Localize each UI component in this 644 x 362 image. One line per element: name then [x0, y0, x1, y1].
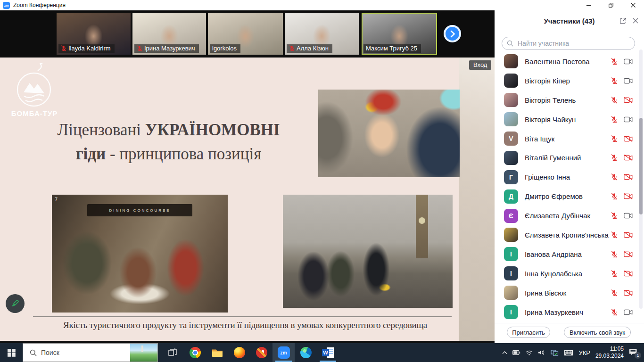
taskbar-clock[interactable]: 11:05 29.03.2024: [595, 346, 624, 360]
taskbar-app-word[interactable]: W: [317, 343, 339, 362]
language-indicator[interactable]: УКР: [578, 349, 590, 356]
minimize-icon: [586, 3, 591, 8]
title-segment: - принципова позиція: [106, 145, 261, 163]
taskbar-search-box[interactable]: Поиск: [23, 343, 158, 362]
taskbar-app-firefox[interactable]: [228, 343, 250, 362]
participant-status-icons: [611, 270, 633, 277]
video-name-label: Максим Тригуб 25: [363, 44, 421, 53]
title-segment-bold: гіди: [76, 145, 106, 163]
participant-row[interactable]: ЄЄлизавета Дубінчак: [495, 206, 644, 225]
wifi-icon[interactable]: [526, 350, 533, 355]
popout-panel-button[interactable]: [619, 17, 627, 25]
participant-row[interactable]: ІІванова Андріана: [495, 245, 644, 264]
video-tile[interactable]: Ірина Мазуркевич: [132, 13, 206, 55]
chevron-right-icon: [450, 30, 455, 38]
panel-scrollbar-thumb[interactable]: [639, 118, 643, 214]
avatar-photo: [504, 286, 518, 300]
participant-name: Валентина Постова: [525, 58, 611, 66]
camera-on-icon: [624, 213, 633, 219]
project-screen-icon[interactable]: [551, 350, 559, 356]
video-tile[interactable]: Алла Кізюн: [285, 13, 359, 55]
mic-muted-icon: [611, 97, 618, 104]
video-participant-name: Максим Тригуб 25: [366, 45, 417, 52]
taskbar-app-edge[interactable]: [295, 343, 317, 362]
taskbar-app-chrome[interactable]: [184, 343, 206, 362]
window-title: Zoom Конференция: [13, 2, 66, 8]
video-tile[interactable]: igorkolos: [208, 13, 283, 55]
participant-row[interactable]: ІІнна Куцолабська: [495, 264, 644, 283]
participant-name: Гріщенко Інна: [525, 173, 611, 181]
participant-search-box[interactable]: [502, 37, 635, 50]
taskbar-search-placeholder: Поиск: [41, 349, 59, 356]
zoom-app-icon: zm: [3, 2, 10, 9]
slide-footer-text: Якість туристичного продукту та інструме…: [21, 320, 469, 330]
taskbar-app-task-view[interactable]: [162, 343, 184, 362]
participant-name: Вікторія Чайкун: [525, 115, 611, 123]
taskbar-apps: zmW: [162, 343, 339, 362]
photo-london-tour-guide: [283, 195, 453, 308]
participants-header: Участники (43): [495, 10, 644, 32]
avatar-photo: [504, 74, 518, 88]
close-panel-button[interactable]: [633, 18, 638, 24]
participant-row[interactable]: Вікторія Телень: [495, 90, 644, 110]
camera-off-icon: [624, 251, 633, 257]
volume-icon[interactable]: [538, 350, 545, 355]
firefox-icon: [234, 347, 245, 358]
participant-row[interactable]: ІІрина Мазуркевич: [495, 303, 644, 322]
participant-row[interactable]: Єлизавета Кропив'янська: [495, 225, 644, 245]
restore-button[interactable]: [600, 0, 622, 10]
mic-muted-icon: [611, 116, 618, 123]
video-participant-name: Ірина Мазуркевич: [144, 45, 195, 52]
participant-name: Єлизавета Дубінчак: [525, 212, 611, 220]
start-button[interactable]: [0, 343, 23, 362]
participant-row[interactable]: Валентина Постова: [495, 52, 644, 71]
tray-chevron-up-icon[interactable]: [502, 351, 507, 354]
keyboard-icon[interactable]: [564, 350, 573, 356]
taskbar-app-file-explorer[interactable]: [206, 343, 228, 362]
participant-row[interactable]: Віталій Гуменний: [495, 148, 644, 167]
participant-row[interactable]: Ірина Вівсюк: [495, 283, 644, 303]
task-view-icon: [168, 348, 178, 357]
participant-name: Вікторія Кіпер: [525, 77, 611, 85]
next-videos-button[interactable]: [444, 25, 461, 42]
photo-tourists-with-map: 7 DINING CONCOURSE: [52, 195, 228, 313]
video-participant-name: Алла Кізюн: [297, 45, 329, 52]
participants-list: Валентина ПостоваВікторія КіперВікторія …: [495, 52, 644, 324]
action-center-button[interactable]: 1: [629, 348, 639, 357]
participant-status-icons: [611, 193, 633, 200]
participant-name: Віталій Гуменний: [525, 154, 611, 162]
participant-row[interactable]: ГГріщенко Інна: [495, 167, 644, 187]
taskbar-app-ccleaner[interactable]: [250, 343, 272, 362]
participant-search-input[interactable]: [517, 39, 630, 48]
mic-muted-icon: [289, 45, 295, 51]
taskbar-app-zoom[interactable]: zm: [272, 343, 295, 362]
mic-muted-icon: [611, 77, 618, 84]
minimize-button[interactable]: [578, 0, 600, 10]
participant-row[interactable]: VВіта Іщук: [495, 129, 644, 148]
avatar-letter: Є: [504, 209, 518, 223]
annotate-button[interactable]: [6, 294, 25, 313]
battery-icon[interactable]: [512, 350, 520, 355]
participant-name: Ірина Мазуркевич: [525, 308, 611, 316]
participant-status-icons: [611, 212, 633, 219]
camera-off-icon: [624, 136, 633, 142]
participant-row[interactable]: Вікторія Кіпер: [495, 71, 644, 90]
participant-status-icons: [611, 289, 633, 296]
mic-muted-icon: [611, 135, 618, 142]
video-tile[interactable]: Максим Тригуб 25: [362, 13, 437, 55]
unmute-self-button[interactable]: Включить свой звук: [564, 327, 631, 338]
search-highlight-image[interactable]: [130, 344, 157, 362]
invite-button[interactable]: Пригласить: [507, 327, 550, 338]
participant-status-icons: [611, 97, 633, 104]
participant-row[interactable]: Вікторія Чайкун: [495, 110, 644, 129]
ccleaner-icon: [256, 347, 267, 358]
mic-muted-icon: [611, 193, 618, 200]
mic-muted-icon: [611, 251, 618, 258]
panel-footer: Пригласить Включить свой звук: [495, 323, 644, 344]
close-button[interactable]: [622, 0, 644, 10]
camera-off-icon: [624, 97, 633, 103]
bomba-tur-logo: БОМБА-ТУР: [8, 63, 60, 117]
avatar-letter: І: [504, 305, 518, 319]
participant-row[interactable]: ДДмитро Єфремов: [495, 187, 644, 206]
video-tile[interactable]: Ilayda Kaldirirm: [57, 13, 131, 55]
